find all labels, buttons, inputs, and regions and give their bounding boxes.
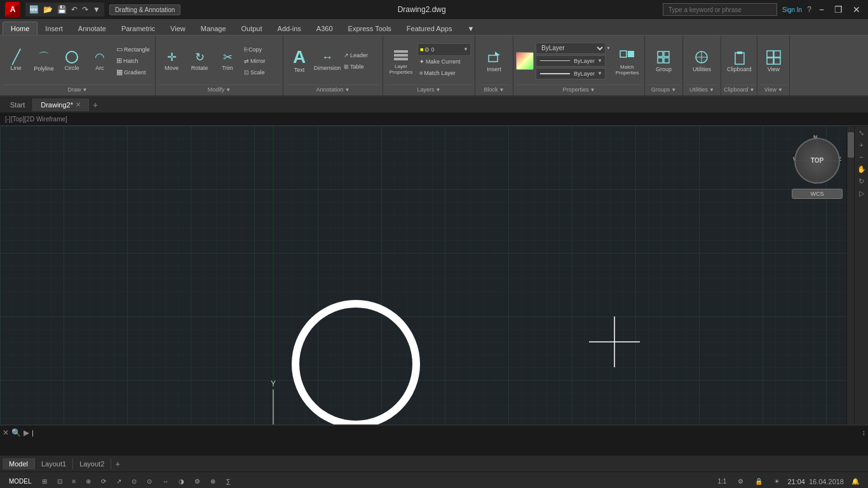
tab-view[interactable]: View — [163, 22, 193, 35]
polyline-btn[interactable]: ⌒ Polyline — [31, 43, 57, 79]
linetype-select[interactable]: ByLayer ▼ — [536, 55, 606, 67]
close-btn[interactable]: ✕ — [850, 4, 863, 15]
layout-tab-model[interactable]: Model — [3, 458, 35, 470]
tab-annotate[interactable]: Annotate — [71, 22, 114, 35]
zoom-in-btn[interactable]: + — [856, 139, 867, 151]
layout-tab-layout1[interactable]: Layout1 — [35, 458, 73, 470]
isolate-btn[interactable]: ☀ — [770, 477, 783, 486]
layer-properties-btn[interactable]: LayerProperties — [387, 43, 415, 79]
block-group-label[interactable]: Block ▼ — [478, 85, 510, 94]
annotation-scale[interactable]: 1:1 — [714, 477, 731, 486]
lineweight-select[interactable]: ByLayer ▼ — [536, 68, 606, 79]
properties-group-label[interactable]: Properties ▼ — [516, 85, 642, 94]
annotation-group-label[interactable]: Annotation ▼ — [286, 85, 380, 94]
clipboard-btn[interactable]: Clipboard — [726, 43, 752, 79]
transparency-btn[interactable]: ◑ — [175, 477, 188, 486]
ws-lock-btn[interactable]: 🔒 — [751, 477, 766, 486]
tab-addins[interactable]: Add-ins — [270, 22, 309, 35]
search-input[interactable] — [663, 3, 777, 16]
arc-btn[interactable]: ◠ Arc — [86, 43, 113, 79]
snap-btn[interactable]: ⊡ — [53, 477, 66, 486]
pan-btn[interactable]: ✋ — [856, 163, 867, 175]
color-select[interactable]: ByLayer — [536, 43, 606, 54]
tab-featured[interactable]: Featured Apps — [399, 22, 460, 35]
tab-output[interactable]: Output — [234, 22, 270, 35]
layout-tab-layout2[interactable]: Layout2 — [73, 458, 111, 470]
layout-tab-add[interactable]: + — [111, 459, 124, 469]
group-btn[interactable]: Group — [650, 43, 677, 79]
view-btn[interactable]: View — [760, 43, 787, 79]
otrack-btn[interactable]: ↗ — [112, 477, 125, 486]
restore-btn[interactable]: ❐ — [832, 4, 845, 15]
dimension-btn[interactable]: ↔ Dimension — [314, 43, 341, 79]
annotmon-btn[interactable]: ∑ — [222, 477, 234, 486]
table-btn[interactable]: ⊞Table — [342, 61, 380, 72]
tab-parametric[interactable]: Parametric — [114, 22, 163, 35]
layers-group-label[interactable]: Layers ▼ — [386, 85, 472, 94]
cmd-search-btn[interactable]: 🔍 — [11, 428, 21, 437]
lineweight-btn[interactable]: ↔ — [158, 477, 172, 486]
make-current-btn[interactable]: ✦Make Current — [417, 57, 471, 67]
orbit-btn[interactable]: ↻ — [856, 175, 867, 187]
ortho-btn[interactable]: ≡ — [69, 477, 80, 486]
ws-settings-btn[interactable]: ⚙ — [734, 477, 747, 486]
insert-btn[interactable]: Insert — [481, 43, 508, 79]
rotate-btn[interactable]: ↻ Rotate — [186, 43, 213, 79]
rect-btn[interactable]: ▭Rectangle — [114, 44, 153, 55]
tab-home[interactable]: Home — [3, 22, 37, 35]
osnap-btn[interactable]: ⟳ — [97, 477, 110, 486]
v-scroll-thumb[interactable] — [848, 132, 854, 158]
tab-a360[interactable]: A360 — [309, 22, 341, 35]
workspace-selector[interactable]: Drafting & Annotation — [109, 4, 181, 15]
match-layer-btn[interactable]: ≡Match Layer — [417, 68, 471, 79]
dynucs-btn[interactable]: ⊙ — [128, 477, 140, 486]
leader-btn[interactable]: ↗Leader — [342, 50, 380, 60]
model-status[interactable]: MODEL — [5, 477, 36, 486]
sign-in-btn[interactable]: Sign In — [782, 6, 802, 13]
line-btn[interactable]: ╱ Line — [3, 43, 29, 79]
showmotion-btn[interactable]: ▷ — [856, 187, 867, 199]
copy-btn[interactable]: ⎘Copy — [242, 44, 280, 55]
new-btn[interactable]: 🆕 — [28, 4, 40, 15]
help-icon[interactable]: ? — [807, 5, 811, 14]
match-properties-btn[interactable]: MatchProperties — [613, 43, 642, 79]
zoom-out-btn[interactable]: − — [856, 151, 867, 163]
grid-btn[interactable]: ⊞ — [38, 477, 51, 486]
tab-insert[interactable]: Insert — [37, 22, 71, 35]
minimize-btn[interactable]: − — [817, 4, 827, 15]
tab-express[interactable]: Express Tools — [341, 22, 399, 35]
doc-tab-start[interactable]: Start — [3, 98, 33, 111]
save-btn[interactable]: 💾 — [56, 4, 68, 15]
groups-group-label[interactable]: Groups ▼ — [648, 85, 680, 94]
scale-btn[interactable]: ⊡Scale — [242, 67, 280, 78]
tab-manage[interactable]: Manage — [193, 22, 234, 35]
circle-btn[interactable]: Circle — [58, 43, 85, 79]
mirror-btn[interactable]: ⇌Mirror — [242, 55, 280, 66]
zoom-extents-btn[interactable]: ⤡ — [856, 127, 867, 139]
color-swatch[interactable] — [516, 52, 534, 70]
qprop-btn[interactable]: ⚙ — [191, 477, 204, 486]
redo-btn[interactable]: ↷ — [81, 4, 90, 15]
doc-tab-close[interactable]: ✕ — [76, 101, 81, 108]
doc-tab-add[interactable]: + — [89, 100, 102, 110]
draw-group-label[interactable]: Draw ▼ — [3, 85, 153, 94]
doc-tab-drawing2[interactable]: Drawing2* ✕ — [33, 98, 89, 111]
selection-btn[interactable]: ⊕ — [207, 477, 219, 486]
utilities-group-label[interactable]: Utilities ▼ — [686, 85, 718, 94]
text-btn[interactable]: A Text — [286, 43, 313, 79]
polar-btn[interactable]: ⊕ — [82, 477, 95, 486]
open-btn[interactable]: 📂 — [42, 4, 54, 15]
hatch-btn[interactable]: ⊞Hatch — [114, 55, 153, 66]
cmd-arrow-btn[interactable]: ▶ — [24, 428, 29, 437]
move-btn[interactable]: ✛ Move — [158, 43, 185, 79]
command-input[interactable] — [32, 429, 859, 437]
tab-more[interactable]: ▼ — [459, 22, 482, 35]
cmd-close-btn[interactable]: ✕ — [3, 428, 9, 437]
cmd-scroll-btn[interactable]: ↕ — [862, 428, 865, 437]
viewport[interactable]: X Y N S E W T — [0, 126, 868, 424]
notification-btn[interactable]: 🔔 — [848, 477, 863, 486]
more-qa-btn[interactable]: ▼ — [92, 4, 102, 15]
modify-group-label[interactable]: Modify ▼ — [158, 85, 280, 94]
layer-dropdown[interactable]: ■ ⊙ 0 ▼ — [417, 43, 471, 56]
view-group-label[interactable]: View ▼ — [760, 85, 787, 94]
